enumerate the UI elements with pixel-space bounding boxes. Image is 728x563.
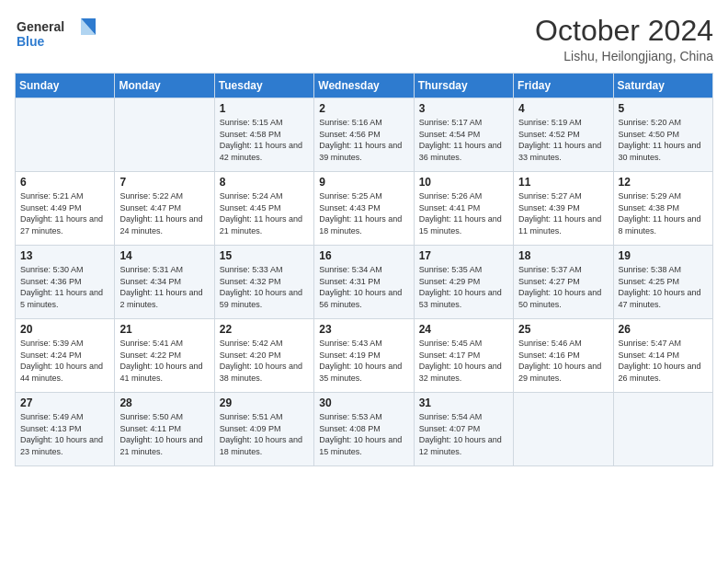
weekday-header-saturday: Saturday [613,74,712,98]
day-number: 22 [220,323,309,336]
day-info: Sunrise: 5:45 AMSunset: 4:17 PMDaylight:… [419,338,508,384]
day-number: 27 [20,396,109,409]
weekday-header-friday: Friday [514,74,613,98]
logo-block: General Blue [15,15,97,59]
day-cell: 8Sunrise: 5:24 AMSunset: 4:45 PMDaylight… [214,172,313,246]
day-number: 18 [518,249,608,262]
day-number: 1 [220,102,309,115]
day-number: 24 [419,323,508,336]
day-number: 31 [419,396,508,409]
day-number: 17 [419,249,508,262]
day-cell: 6Sunrise: 5:21 AMSunset: 4:49 PMDaylight… [16,172,115,246]
day-number: 9 [319,176,408,189]
day-cell: 11Sunrise: 5:27 AMSunset: 4:39 PMDayligh… [514,172,613,246]
day-number: 10 [419,176,508,189]
day-info: Sunrise: 5:53 AMSunset: 4:08 PMDaylight:… [319,411,408,457]
day-info: Sunrise: 5:35 AMSunset: 4:29 PMDaylight:… [419,264,508,310]
day-cell: 7Sunrise: 5:22 AMSunset: 4:47 PMDaylight… [115,172,214,246]
day-cell: 30Sunrise: 5:53 AMSunset: 4:08 PMDayligh… [314,393,414,466]
day-number: 28 [119,396,209,409]
week-row-1: 1Sunrise: 5:15 AMSunset: 4:58 PMDaylight… [16,98,713,172]
day-info: Sunrise: 5:20 AMSunset: 4:50 PMDaylight:… [619,117,708,163]
week-row-5: 27Sunrise: 5:49 AMSunset: 4:13 PMDayligh… [16,393,713,466]
day-number: 12 [619,176,708,189]
calendar-table: SundayMondayTuesdayWednesdayThursdayFrid… [15,73,713,466]
day-info: Sunrise: 5:30 AMSunset: 4:36 PMDaylight:… [20,264,109,310]
day-info: Sunrise: 5:24 AMSunset: 4:45 PMDaylight:… [220,190,309,236]
day-info: Sunrise: 5:50 AMSunset: 4:11 PMDaylight:… [119,411,209,457]
day-cell: 27Sunrise: 5:49 AMSunset: 4:13 PMDayligh… [16,393,115,466]
day-info: Sunrise: 5:46 AMSunset: 4:16 PMDaylight:… [518,338,608,384]
day-number: 14 [119,249,209,262]
day-cell: 28Sunrise: 5:50 AMSunset: 4:11 PMDayligh… [115,393,214,466]
day-info: Sunrise: 5:51 AMSunset: 4:09 PMDaylight:… [220,411,309,457]
day-number: 5 [619,102,708,115]
day-cell: 17Sunrise: 5:35 AMSunset: 4:29 PMDayligh… [414,246,513,319]
weekday-header-sunday: Sunday [16,74,115,98]
day-cell: 24Sunrise: 5:45 AMSunset: 4:17 PMDayligh… [414,319,513,393]
day-number: 26 [619,323,708,336]
day-info: Sunrise: 5:49 AMSunset: 4:13 PMDaylight:… [20,411,109,457]
day-number: 20 [20,323,109,336]
day-number: 21 [119,323,209,336]
title-block: October 2024 Lishu, Heilongjiang, China [535,15,713,63]
day-cell [613,393,712,466]
day-info: Sunrise: 5:34 AMSunset: 4:31 PMDaylight:… [319,264,408,310]
day-cell: 29Sunrise: 5:51 AMSunset: 4:09 PMDayligh… [214,393,313,466]
day-cell: 4Sunrise: 5:19 AMSunset: 4:52 PMDaylight… [514,98,613,172]
day-cell: 22Sunrise: 5:42 AMSunset: 4:20 PMDayligh… [214,319,313,393]
weekday-header-monday: Monday [115,74,214,98]
day-cell: 19Sunrise: 5:38 AMSunset: 4:25 PMDayligh… [613,246,712,319]
day-cell: 18Sunrise: 5:37 AMSunset: 4:27 PMDayligh… [514,246,613,319]
month-title: October 2024 [535,15,713,47]
weekday-header-thursday: Thursday [414,74,513,98]
day-number: 7 [119,176,209,189]
day-number: 19 [619,249,708,262]
day-number: 15 [220,249,309,262]
day-info: Sunrise: 5:21 AMSunset: 4:49 PMDaylight:… [20,190,109,236]
page-container: General Blue October 2024 Lishu, Heilong… [0,0,728,481]
day-info: Sunrise: 5:54 AMSunset: 4:07 PMDaylight:… [419,411,508,457]
day-number: 4 [518,102,608,115]
day-info: Sunrise: 5:19 AMSunset: 4:52 PMDaylight:… [518,117,608,163]
day-cell: 12Sunrise: 5:29 AMSunset: 4:38 PMDayligh… [613,172,712,246]
day-cell: 25Sunrise: 5:46 AMSunset: 4:16 PMDayligh… [514,319,613,393]
day-info: Sunrise: 5:33 AMSunset: 4:32 PMDaylight:… [220,264,309,310]
day-number: 6 [20,176,109,189]
day-cell: 31Sunrise: 5:54 AMSunset: 4:07 PMDayligh… [414,393,513,466]
day-number: 13 [20,249,109,262]
svg-text:Blue: Blue [17,34,45,49]
day-info: Sunrise: 5:43 AMSunset: 4:19 PMDaylight:… [319,338,408,384]
day-number: 30 [319,396,408,409]
day-info: Sunrise: 5:38 AMSunset: 4:25 PMDaylight:… [619,264,708,310]
day-cell: 20Sunrise: 5:39 AMSunset: 4:24 PMDayligh… [16,319,115,393]
day-cell: 2Sunrise: 5:16 AMSunset: 4:56 PMDaylight… [314,98,414,172]
day-info: Sunrise: 5:31 AMSunset: 4:34 PMDaylight:… [119,264,209,310]
day-number: 16 [319,249,408,262]
logo-svg: General Blue [15,15,97,55]
day-info: Sunrise: 5:26 AMSunset: 4:41 PMDaylight:… [419,190,508,236]
day-cell: 16Sunrise: 5:34 AMSunset: 4:31 PMDayligh… [314,246,414,319]
day-number: 11 [518,176,608,189]
day-info: Sunrise: 5:16 AMSunset: 4:56 PMDaylight:… [319,117,408,163]
svg-text:General: General [17,19,64,34]
weekday-header-wednesday: Wednesday [314,74,414,98]
day-cell: 13Sunrise: 5:30 AMSunset: 4:36 PMDayligh… [16,246,115,319]
day-cell: 21Sunrise: 5:41 AMSunset: 4:22 PMDayligh… [115,319,214,393]
day-number: 2 [319,102,408,115]
day-number: 25 [518,323,608,336]
day-cell: 3Sunrise: 5:17 AMSunset: 4:54 PMDaylight… [414,98,513,172]
day-info: Sunrise: 5:41 AMSunset: 4:22 PMDaylight:… [119,338,209,384]
day-number: 8 [220,176,309,189]
day-info: Sunrise: 5:29 AMSunset: 4:38 PMDaylight:… [619,190,708,236]
day-cell: 1Sunrise: 5:15 AMSunset: 4:58 PMDaylight… [214,98,313,172]
week-row-2: 6Sunrise: 5:21 AMSunset: 4:49 PMDaylight… [16,172,713,246]
day-cell [16,98,115,172]
day-info: Sunrise: 5:42 AMSunset: 4:20 PMDaylight:… [220,338,309,384]
header: General Blue October 2024 Lishu, Heilong… [15,15,713,63]
logo: General Blue [15,15,97,59]
day-cell: 15Sunrise: 5:33 AMSunset: 4:32 PMDayligh… [214,246,313,319]
day-info: Sunrise: 5:37 AMSunset: 4:27 PMDaylight:… [518,264,608,310]
location: Lishu, Heilongjiang, China [535,49,713,63]
day-info: Sunrise: 5:22 AMSunset: 4:47 PMDaylight:… [119,190,209,236]
